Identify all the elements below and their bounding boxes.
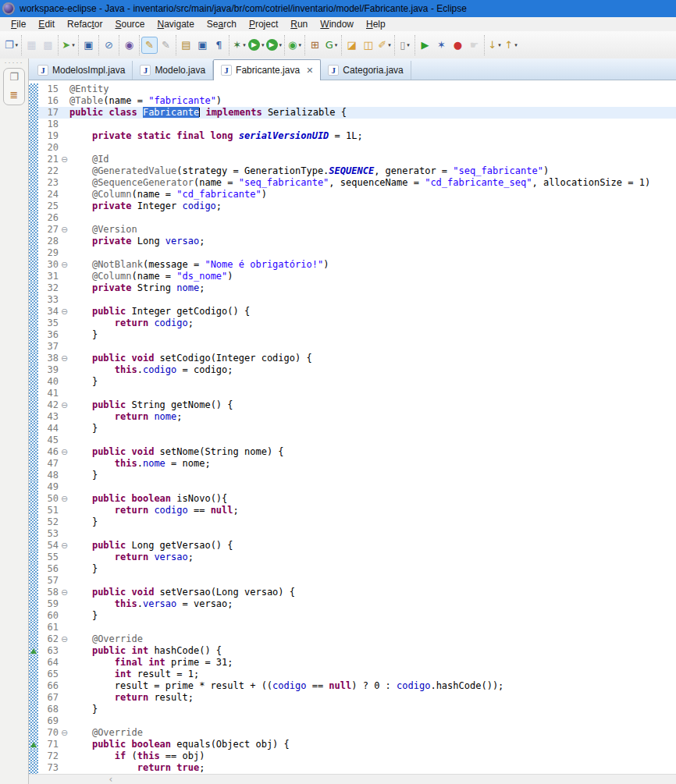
close-tab-icon[interactable]: ✕	[306, 66, 313, 76]
line-number[interactable]: 23	[38, 177, 59, 189]
fold-collapse-icon[interactable]: ⊖	[59, 224, 69, 236]
code-line-46[interactable]: 46⊖ public void setNome(String nome) {	[29, 446, 676, 458]
line-number[interactable]: 38	[38, 353, 59, 364]
code-line-16[interactable]: 16@Table(name = "fabricante")	[29, 95, 676, 107]
code-line-31[interactable]: 31 @Column(name = "ds_nome")	[29, 271, 676, 282]
code-line-36[interactable]: 36 }	[29, 329, 676, 341]
code-line-19[interactable]: 19 private static final long serialVersi…	[29, 130, 676, 142]
line-number[interactable]: 53	[38, 528, 59, 540]
previous-annotation-icon[interactable]: ↑▾	[503, 37, 519, 54]
code-line-23[interactable]: 23 @SequenceGenerator(name = "seq_fabric…	[29, 177, 676, 189]
annotate-icon-dropdown[interactable]: ▾	[388, 42, 391, 48]
line-number[interactable]: 46	[38, 446, 59, 458]
profile-icon-dropdown[interactable]: ▾	[298, 42, 301, 48]
skip-breakpoints-icon[interactable]: ⊘	[101, 37, 117, 54]
line-number[interactable]: 26	[38, 212, 59, 224]
show-source-icon[interactable]: ▣	[194, 37, 211, 54]
line-number[interactable]: 21	[38, 154, 59, 165]
code-line-21[interactable]: 21⊖ @Id	[29, 154, 676, 165]
tab-fabricante-java[interactable]: JFabricante.java✕	[213, 59, 321, 80]
save-all-icon[interactable]: ▩	[40, 37, 56, 54]
line-number[interactable]: 19	[38, 130, 59, 142]
code-line-42[interactable]: 42⊖ public String getNome() {	[29, 399, 676, 411]
code-line-40[interactable]: 40 }	[29, 376, 676, 388]
line-number[interactable]: 41	[38, 388, 59, 399]
code-line-25[interactable]: 25 private Integer codigo;	[29, 200, 676, 212]
run-tool-icon[interactable]: ▶▾	[265, 37, 283, 54]
code-line-60[interactable]: 60 }	[29, 610, 676, 622]
code-line-49[interactable]: 49	[29, 481, 676, 493]
line-number[interactable]: 56	[38, 563, 59, 575]
line-number[interactable]: 59	[38, 598, 59, 610]
line-number[interactable]: 27	[38, 224, 59, 236]
line-number[interactable]: 39	[38, 364, 59, 376]
code-line-47[interactable]: 47 this.nome = nome;	[29, 458, 676, 470]
menu-help[interactable]: Help	[360, 18, 392, 30]
code-line-39[interactable]: 39 this.codigo = codigo;	[29, 364, 676, 376]
line-number[interactable]: 37	[38, 341, 59, 353]
line-number[interactable]: 44	[38, 423, 59, 435]
line-number[interactable]: 62	[38, 633, 59, 645]
line-number[interactable]: 72	[38, 750, 59, 762]
code-line-24[interactable]: 24 @Column(name = "cd_fabricante")	[29, 189, 676, 200]
code-line-54[interactable]: 54⊖ public Long getVersao() {	[29, 540, 676, 552]
line-number[interactable]: 66	[38, 680, 59, 692]
line-number[interactable]: 16	[38, 95, 59, 107]
line-number[interactable]: 24	[38, 189, 59, 200]
line-number[interactable]: 55	[38, 552, 59, 563]
line-number[interactable]: 30	[38, 259, 59, 271]
line-number[interactable]: 40	[38, 376, 59, 388]
line-number[interactable]: 64	[38, 657, 59, 669]
code-line-17[interactable]: 17public class Fabricante implements Ser…	[29, 107, 676, 119]
code-line-68[interactable]: 68 }	[29, 704, 676, 715]
line-number[interactable]: 22	[38, 165, 59, 177]
line-number[interactable]: 58	[38, 587, 59, 598]
code-line-18[interactable]: 18	[29, 119, 676, 130]
run-icon-dropdown[interactable]: ▾	[262, 42, 265, 48]
line-number[interactable]: 15	[38, 83, 59, 95]
resume-icon[interactable]: ▶	[417, 37, 433, 54]
line-number[interactable]: 32	[38, 282, 59, 294]
annotate-icon[interactable]: ✐▾	[376, 37, 393, 54]
debug-icon-dropdown[interactable]: ▾	[243, 42, 246, 48]
line-number[interactable]: 33	[38, 294, 59, 306]
update-icon[interactable]: G▾	[323, 37, 340, 54]
code-line-73[interactable]: 73 return true;	[29, 762, 676, 774]
menu-window[interactable]: Window	[314, 18, 360, 30]
code-line-66[interactable]: 66 result = prime * result + ((codigo ==…	[29, 680, 676, 692]
java-search-icon[interactable]: ◉	[121, 37, 137, 54]
line-number[interactable]: 63	[38, 645, 59, 657]
server-icon[interactable]: ▯▾	[397, 37, 413, 54]
menu-source[interactable]: Source	[109, 18, 151, 30]
code-line-51[interactable]: 51 return codigo == null;	[29, 505, 676, 516]
code-line-29[interactable]: 29	[29, 247, 676, 259]
fold-collapse-icon[interactable]: ⊖	[59, 446, 69, 458]
next-annotation-icon-dropdown[interactable]: ▾	[498, 42, 501, 48]
fold-collapse-icon[interactable]: ⊖	[59, 259, 69, 271]
line-number[interactable]: 50	[38, 493, 59, 505]
update-icon-dropdown[interactable]: ▾	[335, 42, 338, 48]
line-number[interactable]: 47	[38, 458, 59, 470]
line-number[interactable]: 25	[38, 200, 59, 212]
launch-icon-dropdown[interactable]: ▾	[72, 42, 75, 48]
code-line-67[interactable]: 67 return result;	[29, 692, 676, 704]
menu-refactor[interactable]: Refactor	[61, 18, 109, 30]
line-number[interactable]: 60	[38, 610, 59, 622]
hand-icon[interactable]: ☛	[466, 37, 482, 54]
tab-modelosimpl-java[interactable]: JModelosImpl.java	[30, 61, 133, 80]
line-number[interactable]: 67	[38, 692, 59, 704]
code-line-62[interactable]: 62⊖ @Override	[29, 633, 676, 645]
profile-icon[interactable]: ◉▾	[286, 37, 303, 54]
line-number[interactable]: 70	[38, 727, 59, 739]
scroll-left-icon[interactable]: ‹	[104, 775, 118, 784]
next-annotation-icon[interactable]: ↓▾	[486, 37, 503, 54]
code-line-53[interactable]: 53	[29, 528, 676, 540]
code-line-33[interactable]: 33	[29, 294, 676, 306]
run-tool-icon-dropdown[interactable]: ▾	[279, 42, 283, 48]
menu-search[interactable]: Search	[201, 18, 243, 30]
restore-view-icon[interactable]: ❐	[9, 72, 19, 82]
code-line-26[interactable]: 26	[29, 212, 676, 224]
line-number[interactable]: 51	[38, 505, 59, 516]
open-file-icon[interactable]: ◪	[343, 37, 360, 54]
code-line-72[interactable]: 72 if (this == obj)	[29, 750, 676, 762]
